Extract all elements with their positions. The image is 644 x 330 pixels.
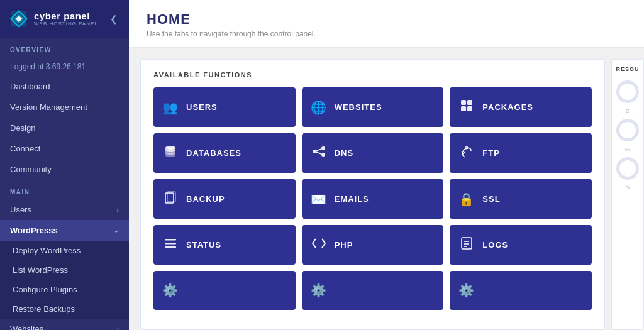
packages-func-icon (458, 99, 475, 116)
php-func-icon (311, 238, 327, 252)
ftp-func-icon (458, 145, 475, 162)
func-more3-button[interactable]: ⚙️ (450, 271, 592, 310)
logs-func-icon (458, 236, 475, 253)
dns-func-icon (311, 145, 327, 162)
svg-line-12 (316, 149, 321, 151)
status-func-icon (162, 237, 179, 253)
logo-area: cyber panel WEB HOSTING PANEL (9, 9, 98, 29)
func-ftp-button[interactable]: FTP (450, 133, 592, 173)
sidebar-item-users[interactable]: Users › (0, 199, 129, 220)
resource-label-3: Di (625, 185, 630, 190)
svg-line-13 (316, 152, 321, 154)
func-dns-button[interactable]: DNS (302, 133, 444, 173)
resource-donut-1 (616, 80, 639, 103)
func-users-button[interactable]: 👥 USERS (153, 87, 296, 127)
page-subtitle: Use the tabs to navigate through the con… (147, 30, 626, 38)
sidebar-item-dashboard[interactable]: Dashboard (0, 76, 129, 97)
functions-panel: AVAILABLE FUNCTIONS 👥 USERS 🌐 WEBSITES (140, 59, 605, 330)
svg-rect-18 (165, 243, 176, 245)
svg-rect-5 (467, 100, 472, 105)
users-chevron-icon: › (116, 206, 119, 214)
functions-grid: 👥 USERS 🌐 WEBSITES (153, 87, 592, 310)
logo-icon (9, 9, 29, 29)
sidebar-item-websites[interactable]: Websites › (0, 319, 129, 330)
emails-func-icon: ✉️ (311, 192, 327, 207)
functions-title: AVAILABLE FUNCTIONS (153, 71, 592, 79)
resource-donut-3 (616, 157, 639, 180)
svg-rect-6 (461, 106, 466, 111)
websites-chevron-icon: › (116, 326, 119, 331)
func-php-button[interactable]: PHP (302, 225, 444, 265)
logo-title: cyber panel (34, 11, 98, 21)
main-section-label: MAIN (0, 180, 129, 199)
svg-rect-4 (461, 100, 466, 105)
sidebar-sub-configure-plugins[interactable]: Configure Plugins (0, 280, 129, 299)
resources-panel: RESOU C R/ Di (611, 59, 644, 330)
sidebar-sub-restore-backups[interactable]: Restore Backups (0, 299, 129, 319)
func-more2-button[interactable]: ⚙️ (302, 271, 444, 310)
sidebar-item-connect[interactable]: Connect (0, 138, 129, 159)
main-content: HOME Use the tabs to navigate through th… (129, 0, 644, 330)
logo-subtitle: WEB HOSTING PANEL (34, 21, 98, 26)
func-status-button[interactable]: STATUS (153, 225, 296, 265)
sidebar-item-version-management[interactable]: Version Management (0, 97, 129, 118)
func-backup-button[interactable]: BACKUP (153, 179, 296, 219)
sidebar-item-community[interactable]: Community (0, 159, 129, 180)
top-bar: HOME Use the tabs to navigate through th… (129, 0, 644, 48)
page-title: HOME (147, 11, 626, 28)
func-databases-button[interactable]: DATABASES (153, 133, 296, 173)
logged-info: Logged at 3.69.26.181 (0, 57, 129, 76)
svg-rect-17 (165, 239, 176, 241)
more3-func-icon: ⚙️ (458, 283, 475, 298)
func-ssl-button[interactable]: 🔒 SSL (450, 179, 592, 219)
overview-section-label: OVERVIEW (0, 38, 129, 57)
func-websites-button[interactable]: 🌐 WEBSITES (302, 87, 444, 127)
backup-func-icon (162, 190, 179, 207)
resources-title: RESOU (616, 66, 639, 72)
func-emails-button[interactable]: ✉️ EMAILS (302, 179, 444, 219)
sidebar-sub-deploy-wordpress[interactable]: Deploy WordPress (0, 241, 129, 260)
svg-rect-7 (467, 106, 472, 111)
svg-point-10 (321, 146, 325, 150)
more2-func-icon: ⚙️ (311, 283, 327, 298)
sidebar-item-design[interactable]: Design (0, 118, 129, 138)
svg-rect-20 (462, 238, 472, 249)
svg-point-9 (313, 150, 316, 153)
users-func-icon: 👥 (162, 100, 179, 115)
sidebar: cyber panel WEB HOSTING PANEL ❮ OVERVIEW… (0, 0, 129, 330)
svg-point-14 (465, 146, 469, 150)
sidebar-header: cyber panel WEB HOSTING PANEL ❮ (0, 0, 129, 38)
func-more1-button[interactable]: ⚙️ (153, 271, 296, 310)
databases-func-icon (162, 145, 179, 162)
svg-rect-19 (165, 246, 176, 248)
sidebar-item-wordpresss[interactable]: WordPresss ⌄ (0, 220, 129, 241)
websites-func-icon: 🌐 (311, 100, 327, 115)
content-area: AVAILABLE FUNCTIONS 👥 USERS 🌐 WEBSITES (129, 48, 644, 330)
more1-func-icon: ⚙️ (162, 283, 179, 298)
resource-label-1: C (626, 108, 630, 114)
func-logs-button[interactable]: LOGS (450, 225, 592, 265)
logo-text-block: cyber panel WEB HOSTING PANEL (34, 11, 98, 26)
func-packages-button[interactable]: PACKAGES (450, 87, 592, 127)
sidebar-sub-list-wordpress[interactable]: List WordPress (0, 260, 129, 280)
wordpress-chevron-icon: ⌄ (113, 226, 119, 234)
resource-label-2: R/ (625, 146, 630, 152)
ssl-func-icon: 🔒 (458, 192, 475, 207)
resource-donut-2 (616, 119, 639, 141)
svg-point-11 (321, 153, 325, 157)
sidebar-toggle-button[interactable]: ❮ (108, 11, 120, 26)
